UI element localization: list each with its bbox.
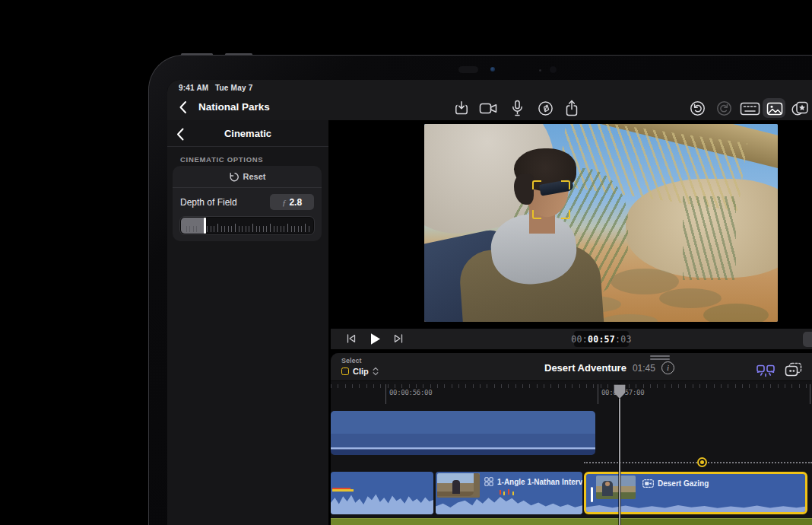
slider-handle[interactable] bbox=[204, 218, 206, 234]
slider-ticks-major bbox=[182, 224, 312, 232]
ruler-major-tick bbox=[810, 384, 810, 404]
ruler-major-tick bbox=[598, 384, 598, 404]
focus-corner-br bbox=[561, 210, 570, 219]
enhance-icon[interactable] bbox=[756, 361, 776, 378]
record-video-icon[interactable] bbox=[478, 100, 498, 116]
cinematic-options-card: Reset Depth of Field ƒ 2.8 bbox=[173, 166, 322, 241]
depth-of-field-value[interactable]: ƒ 2.8 bbox=[270, 194, 314, 210]
connected-audio-clip[interactable] bbox=[331, 411, 595, 455]
select-mode-control[interactable]: Clip bbox=[341, 367, 379, 376]
select-label: Select bbox=[341, 357, 362, 364]
project-back-title[interactable]: National Parks bbox=[198, 101, 270, 113]
timecode-hours: 00: bbox=[571, 334, 588, 345]
scene-joshua-right-tree bbox=[683, 196, 736, 280]
cinematic-mode-icon bbox=[642, 479, 654, 488]
audio-meter-yellow bbox=[332, 489, 354, 492]
truedepth-sensor bbox=[550, 66, 557, 73]
focus-corner-bl bbox=[532, 210, 541, 219]
reset-button[interactable]: Reset bbox=[173, 166, 322, 188]
clip2-thumbnail bbox=[437, 473, 480, 498]
draw-tool-icon[interactable] bbox=[537, 100, 553, 116]
fullscreen-button-partial[interactable] bbox=[803, 332, 812, 347]
peak-red bbox=[508, 489, 509, 495]
trim-handle-left[interactable] bbox=[591, 487, 593, 502]
clip-color-icon bbox=[341, 368, 349, 375]
reset-icon bbox=[229, 172, 239, 182]
select-mode-value: Clip bbox=[353, 367, 369, 376]
previous-frame-button[interactable] bbox=[345, 332, 357, 345]
depth-of-field-label: Depth of Field bbox=[180, 197, 237, 208]
status-time: 9:41 AM bbox=[179, 84, 208, 92]
grab-line bbox=[650, 355, 670, 357]
clip2-title: 1-Angle 1-Nathan Interview bbox=[497, 478, 582, 486]
effects-browser-icon[interactable] bbox=[791, 100, 809, 116]
status-date: Tue May 7 bbox=[215, 84, 252, 92]
clip3-thumbnail bbox=[596, 476, 636, 499]
timeline-clip-1[interactable] bbox=[331, 472, 433, 514]
focus-corner-tr bbox=[561, 180, 570, 189]
ruler-ticks[interactable] bbox=[331, 384, 812, 388]
undo-icon[interactable] bbox=[689, 100, 706, 116]
project-duration: 01:45 bbox=[633, 363, 655, 374]
ruler-label-56: 00:00:56:00 bbox=[389, 389, 432, 396]
peak-yellow bbox=[503, 492, 505, 495]
record-audio-icon[interactable] bbox=[511, 99, 523, 117]
cinematic-options-label: CINEMATIC OPTIONS bbox=[180, 155, 263, 164]
depth-of-field-slider[interactable] bbox=[180, 217, 314, 234]
music-audio-clip[interactable] bbox=[331, 518, 812, 525]
scene-bush-1 bbox=[611, 269, 679, 294]
fstop-icon: ƒ bbox=[282, 198, 287, 207]
timecode-display[interactable]: 00:00:57:03 bbox=[574, 331, 629, 347]
inspector-panel: Cinematic CINEMATIC OPTIONS Reset Depth … bbox=[167, 120, 328, 525]
cinematic-focus-brackets bbox=[532, 180, 570, 219]
focus-corner-tl bbox=[532, 180, 541, 189]
clip1-waveform bbox=[331, 488, 433, 514]
play-button[interactable] bbox=[367, 331, 382, 346]
inspector-header: Cinematic bbox=[167, 120, 328, 147]
keyframe-dot[interactable] bbox=[697, 457, 707, 467]
sort-chevrons-icon bbox=[373, 367, 379, 376]
inspector-back-button[interactable] bbox=[174, 127, 186, 141]
camera-module bbox=[458, 66, 478, 73]
ruler-major-tick bbox=[385, 384, 386, 404]
thumb-person bbox=[452, 480, 460, 494]
timeline-clip-desert-gazing-selected[interactable]: Desert Gazing bbox=[584, 472, 807, 514]
playhead-line[interactable] bbox=[619, 384, 620, 525]
next-frame-button[interactable] bbox=[392, 332, 404, 345]
front-camera-lens bbox=[490, 67, 495, 72]
keyboard-icon[interactable] bbox=[739, 100, 760, 116]
viewer-video bbox=[424, 124, 778, 322]
thumb-face bbox=[605, 482, 610, 486]
stage: 9:41 AM Tue May 7 National Parks bbox=[0, 0, 812, 525]
timecode-frames: :03 bbox=[615, 334, 632, 345]
back-button[interactable] bbox=[176, 100, 189, 114]
project-info-row: Desert Adventure 01:45 i bbox=[544, 361, 674, 374]
info-icon[interactable]: i bbox=[661, 361, 674, 374]
peak-yellow bbox=[512, 492, 514, 495]
media-browser-icon[interactable] bbox=[766, 101, 783, 116]
overlay-clips-icon[interactable] bbox=[783, 361, 804, 379]
inspector-title: Cinematic bbox=[224, 128, 271, 139]
fstop-value: 2.8 bbox=[289, 197, 302, 208]
ambient-sensor bbox=[539, 69, 541, 72]
peak-red bbox=[500, 490, 501, 495]
ipad-screen: 9:41 AM Tue May 7 National Parks bbox=[167, 80, 812, 525]
grab-line bbox=[650, 358, 670, 360]
share-icon[interactable] bbox=[563, 99, 580, 117]
project-title: Desert Adventure bbox=[544, 362, 626, 374]
timeline-clip-nathan-interview[interactable]: 1-Angle 1-Nathan Interview bbox=[436, 472, 582, 514]
timeline-drag-handle[interactable] bbox=[650, 355, 670, 361]
timecode-main: 00:57 bbox=[588, 334, 615, 345]
import-icon[interactable] bbox=[453, 100, 470, 116]
clip3-title: Desert Gazing bbox=[658, 479, 709, 488]
multicam-icon bbox=[484, 477, 493, 486]
redo-icon[interactable] bbox=[715, 100, 732, 116]
reset-label: Reset bbox=[243, 172, 266, 181]
